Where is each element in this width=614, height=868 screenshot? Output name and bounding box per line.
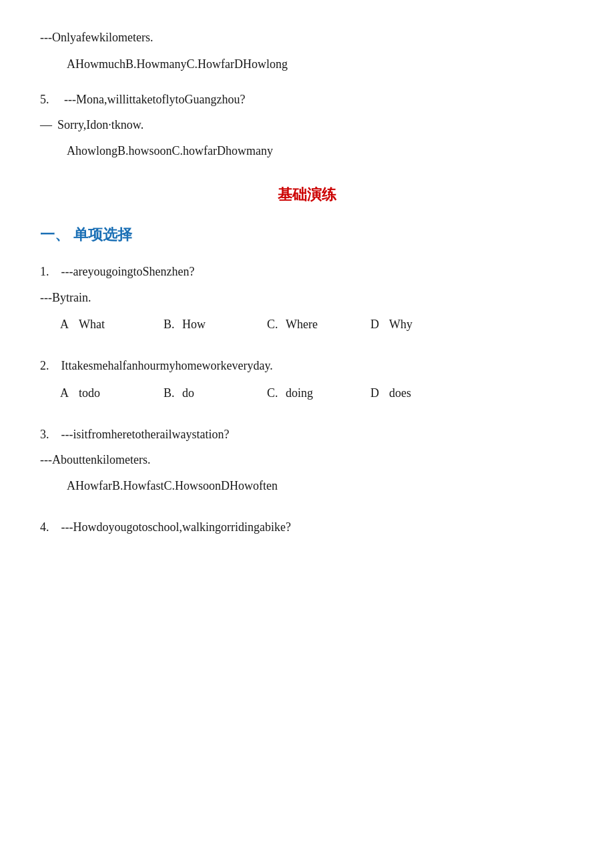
q1-opt-d-sep: D	[370, 314, 389, 335]
q3-answer: ---Abouttenkilometers.	[40, 449, 574, 470]
q5-answer: Sorry,Idon·tknow.	[57, 114, 143, 135]
top-line1: ---Onlyafewkilometers.	[40, 27, 574, 48]
q1-header: 1. ---areyougoingtoShenzhen?	[40, 261, 574, 282]
q4-question: ---Howdoyougotoschool,walkingorridingabi…	[61, 520, 291, 534]
q1-opt-d-text: Why	[389, 314, 412, 335]
question-4: 4. ---Howdoyougotoschool,walkingorriding…	[40, 516, 574, 538]
q1-question: ---areyougoingtoShenzhen?	[61, 265, 195, 278]
q2-opt-d-text: does	[389, 382, 411, 404]
q3-number: 3.	[40, 428, 49, 441]
q2-options-row: A todo B. do C. doing D does	[40, 382, 574, 404]
q2-opt-c: C. doing	[267, 382, 370, 404]
q1-opt-b-sep: B.	[164, 314, 182, 335]
q2-opt-c-sep: C.	[267, 382, 286, 404]
q3-question: ---isitfromheretotherailwaystation?	[61, 428, 230, 441]
q1-answer: ---Bytrain.	[40, 287, 574, 308]
q5-answer-line: — Sorry,Idon·tknow.	[40, 114, 574, 135]
q1-opt-a-text: What	[79, 314, 105, 335]
q1-opt-c: C. Where	[267, 314, 370, 335]
q1-opt-a: A What	[60, 314, 164, 335]
q2-opt-b-text: do	[182, 382, 194, 404]
q1-options-row: A What B. How C. Where D Why	[40, 314, 574, 335]
q2-opt-a-letter: A	[60, 382, 79, 404]
q5-dash: —	[40, 114, 52, 135]
q2-opt-a-text: todo	[79, 382, 100, 404]
q2-number: 2.	[40, 359, 49, 372]
q3-header: 3. ---isitfromheretotherailwaystation?	[40, 424, 574, 445]
q2-opt-d: D does	[370, 382, 474, 404]
q4-header: 4. ---Howdoyougotoschool,walkingorriding…	[40, 516, 574, 538]
q2-header: 2. Ittakesmehalfanhourmyhomeworkeveryday…	[40, 355, 574, 376]
q1-opt-b: B. How	[164, 314, 267, 335]
center-title: 基础演练	[40, 181, 574, 208]
q1-opt-a-letter: A	[60, 314, 79, 335]
q1-opt-c-text: Where	[286, 314, 318, 335]
question-1: 1. ---areyougoingtoShenzhen? ---Bytrain.…	[40, 261, 574, 335]
top-section: ---Onlyafewkilometers. AHowmuchB.Howmany…	[40, 27, 574, 75]
q2-opt-b-sep: B.	[164, 382, 182, 404]
q3-options-text: AHowfarB.HowfastC.HowsoonDHowoften	[67, 479, 278, 492]
question-5: 5. ---Mona,willittaketoflytoGuangzhou? —…	[40, 89, 574, 161]
question-2: 2. Ittakesmehalfanhourmyhomeworkeveryday…	[40, 355, 574, 404]
q2-question: Ittakesmehalfanhourmyhomeworkeveryday.	[61, 359, 273, 372]
q1-number: 1.	[40, 265, 49, 278]
q5-question: ---Mona,willittaketoflytoGuangzhou?	[64, 93, 245, 106]
q2-opt-a: A todo	[60, 382, 164, 404]
q2-opt-d-sep: D	[370, 382, 389, 404]
q3-answer-text: ---Abouttenkilometers.	[40, 453, 150, 466]
q5-options: AhowlongB.howsoonC.howfarDhowmany	[40, 140, 574, 161]
top-line2: AHowmuchB.HowmanyC.HowfarDHowlong	[40, 53, 574, 75]
question-3: 3. ---isitfromheretotherailwaystation? -…	[40, 424, 574, 496]
q1-answer-text: ---Bytrain.	[40, 291, 91, 304]
q1-opt-b-text: How	[182, 314, 206, 335]
q1-opt-c-sep: C.	[267, 314, 286, 335]
q3-options: AHowfarB.HowfastC.HowsoonDHowoften	[40, 475, 574, 496]
q2-opt-c-text: doing	[286, 382, 313, 404]
q4-number: 4.	[40, 520, 49, 534]
q2-opt-b: B. do	[164, 382, 267, 404]
q5-header: 5. ---Mona,willittaketoflytoGuangzhou?	[40, 89, 574, 110]
q5-number: 5.	[40, 93, 49, 106]
section1-title: 一、 单项选择	[40, 222, 574, 248]
q1-opt-d: D Why	[370, 314, 474, 335]
